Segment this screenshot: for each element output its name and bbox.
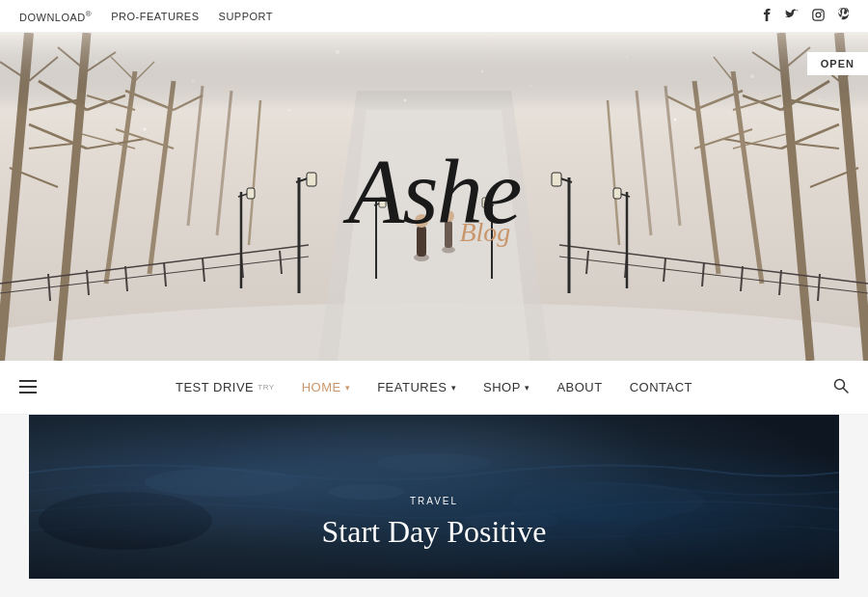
nav-label-test-drive: TEST DRIVE [176,380,254,394]
svg-rect-0 [813,9,824,19]
open-button[interactable]: OPEN [807,52,868,75]
svg-rect-83 [552,173,561,186]
svg-rect-112 [19,380,37,382]
top-bar-links: DOWNLOAD® PRO-FEATURES SUPPORT [19,10,273,23]
nav-items-list: TEST DRIVETRY HOME ▾ FEATURES ▾ SHOP ▾ A… [166,361,702,415]
featured-card-content: TRAVEL Start Day Positive [29,496,839,550]
nav-label-shop: SHOP [483,380,521,394]
nav-item-features[interactable]: FEATURES ▾ [367,361,466,415]
top-bar: DOWNLOAD® PRO-FEATURES SUPPORT [0,0,868,33]
download-link[interactable]: DOWNLOAD® [19,10,92,23]
svg-rect-77 [307,173,316,186]
nav-item-about[interactable]: ABOUT [547,361,611,415]
hero-section: Ashe Blog OPEN [0,33,868,361]
pro-features-link[interactable]: PRO-FEATURES [111,11,199,22]
hero-title-area: Ashe Blog [348,146,521,238]
facebook-icon[interactable] [762,8,772,24]
twitter-icon[interactable] [785,9,799,23]
svg-rect-86 [613,188,621,199]
site-subtitle: Blog [459,217,510,248]
support-link[interactable]: SUPPORT [219,11,273,22]
featured-post-card[interactable]: TRAVEL Start Day Positive [29,415,839,579]
svg-rect-111 [0,33,868,110]
nav-item-home[interactable]: HOME ▾ [292,361,361,415]
nav-item-shop[interactable]: SHOP ▾ [474,361,539,415]
svg-point-105 [144,128,147,131]
navbar: TEST DRIVETRY HOME ▾ FEATURES ▾ SHOP ▾ A… [0,361,868,415]
chevron-down-icon-3: ▾ [525,383,530,393]
svg-rect-113 [19,386,37,388]
nav-label-about: ABOUT [556,380,602,394]
nav-label-contact: CONTACT [630,380,692,394]
chevron-down-icon: ▾ [345,383,351,393]
post-title: Start Day Positive [29,514,839,550]
svg-rect-114 [19,392,37,393]
svg-line-116 [844,388,849,393]
svg-point-1 [816,13,821,17]
pinterest-icon[interactable] [838,8,849,24]
instagram-icon[interactable] [812,9,825,24]
nav-item-test-drive[interactable]: TEST DRIVETRY [166,361,285,415]
svg-rect-80 [247,188,255,199]
search-icon[interactable] [833,378,849,397]
nav-sup-test-drive: TRY [258,383,274,392]
nav-label-features: FEATURES [377,380,447,394]
social-links [762,8,849,24]
post-category: TRAVEL [29,496,839,506]
svg-point-2 [821,11,823,13]
svg-point-107 [674,119,677,122]
chevron-down-icon-2: ▾ [451,383,457,393]
nav-item-contact[interactable]: CONTACT [620,361,702,415]
hamburger-menu[interactable] [19,376,37,398]
nav-label-home: HOME [302,380,341,394]
